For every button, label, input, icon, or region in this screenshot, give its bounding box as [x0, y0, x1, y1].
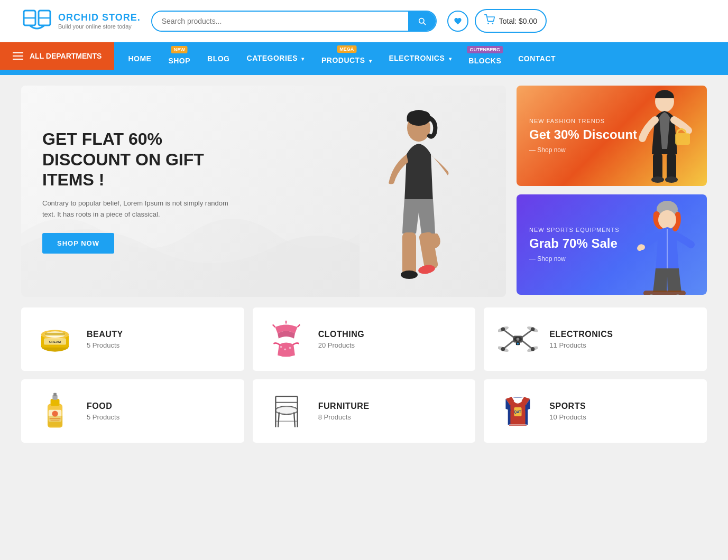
sports-promo-subtitle: NEW SPORTS EQUIPMENTS: [529, 227, 620, 233]
nav-link-home[interactable]: HOME: [119, 45, 160, 72]
electronics-count: 11 Products: [549, 341, 613, 349]
svg-point-54: [531, 347, 535, 351]
sports-icon: QAT: [501, 390, 535, 432]
sports-name: SPORTS: [549, 402, 586, 411]
cart-total: Total: $0.00: [499, 17, 537, 25]
nav-item-products[interactable]: MEGA PRODUCTS ▾: [313, 42, 380, 75]
beauty-name: BEAUTY: [87, 330, 123, 339]
sports-icon-box: QAT: [496, 390, 539, 432]
beauty-info: BEAUTY 5 Products: [87, 330, 123, 349]
fashion-promo-subtitle: NEW FASHION TRENDS: [529, 118, 637, 124]
beauty-icon: CREAM: [36, 321, 73, 358]
sports-person-svg: [622, 194, 707, 295]
fashion-promo-banner[interactable]: NEW FASHION TRENDS Get 30% Discount — Sh…: [517, 86, 707, 186]
hero-person-illustration: [363, 107, 469, 297]
nav-link-electronics[interactable]: ELECTRONICS ▾: [380, 44, 460, 73]
svg-point-38: [284, 348, 286, 350]
furniture-icon-box: [265, 390, 308, 432]
hero-description: Contrary to popular belief, Lorem Ipsum …: [42, 198, 243, 220]
cart-icon: [484, 14, 495, 27]
category-card-beauty[interactable]: CREAM BEAUTY 5 Products: [21, 307, 244, 371]
svg-rect-60: [53, 393, 57, 396]
svg-text:CREAM: CREAM: [49, 340, 61, 343]
furniture-name: FURNITURE: [318, 402, 370, 411]
search-input[interactable]: [152, 12, 408, 31]
nav-link-contact[interactable]: CONTACT: [510, 45, 564, 72]
svg-rect-15: [653, 153, 662, 180]
svg-point-39: [289, 347, 291, 349]
svg-point-52: [531, 327, 535, 331]
category-card-sports[interactable]: QAT SPORTS 10 Products: [484, 379, 707, 443]
nav-item-contact[interactable]: CONTACT: [510, 45, 564, 72]
svg-point-51: [501, 327, 505, 331]
nav-item-electronics[interactable]: ELECTRONICS ▾: [380, 44, 460, 73]
furniture-count: 8 Products: [318, 413, 370, 421]
svg-point-6: [487, 23, 489, 24]
sports-promo-title: Grab 70% Sale: [529, 236, 620, 251]
svg-line-70: [278, 412, 279, 427]
right-banners: NEW FASHION TRENDS Get 30% Discount — Sh…: [517, 86, 707, 297]
clothing-info: CLOTHING 20 Products: [318, 330, 365, 349]
svg-rect-10: [402, 232, 416, 275]
nav-link-blog[interactable]: BLOG: [199, 45, 238, 72]
svg-point-7: [492, 23, 493, 24]
nav-item-blog[interactable]: BLOG: [199, 45, 238, 72]
food-info: FOOD 5 Products: [87, 402, 119, 421]
svg-point-17: [651, 176, 664, 183]
food-count: 5 Products: [87, 413, 119, 421]
nav-item-shop[interactable]: NEW SHOP: [160, 43, 199, 74]
svg-line-35: [273, 324, 275, 327]
fashion-shop-now-link[interactable]: — Shop now: [529, 146, 637, 154]
beauty-count: 5 Products: [87, 341, 123, 349]
fashion-promo-text: NEW FASHION TRENDS Get 30% Discount — Sh…: [529, 118, 637, 154]
beauty-icon-box: CREAM: [34, 318, 76, 360]
svg-line-5: [423, 22, 425, 24]
nav-item-categories[interactable]: CATEGORIES ▾: [238, 44, 313, 73]
wishlist-button[interactable]: [447, 11, 468, 32]
logo-subtitle: Build your online store today: [58, 23, 141, 30]
search-button[interactable]: [408, 12, 436, 31]
electronics-icon: [498, 322, 538, 357]
svg-rect-65: [48, 416, 62, 427]
nav-item-blocks[interactable]: GUTENBERG BLOCKS: [460, 43, 510, 74]
logo-text: ORCHID STORE. Build your online store to…: [58, 12, 141, 30]
shop-now-button[interactable]: SHOP NOW: [42, 233, 114, 254]
sports-figure: [612, 194, 707, 295]
all-departments-button[interactable]: ALL DEPARTMENTS: [0, 42, 114, 70]
category-card-furniture[interactable]: FURNITURE 8 Products: [253, 379, 476, 443]
nav-bar: ALL DEPARTMENTS HOME NEW SHOP BLOG CATEG…: [0, 42, 728, 75]
hero-banner: GET FLAT 60% DISCOUNT ON GIFT ITEMS ! Co…: [21, 86, 506, 297]
sports-shop-now-link[interactable]: — Shop now: [529, 255, 620, 263]
svg-rect-24: [643, 291, 686, 295]
fashion-promo-title: Get 30% Discount: [529, 127, 637, 142]
food-icon: [41, 390, 70, 432]
clothing-count: 20 Products: [318, 341, 365, 349]
logo-title: ORCHID STORE.: [58, 12, 141, 23]
category-card-food[interactable]: FOOD 5 Products: [21, 379, 244, 443]
nav-links: HOME NEW SHOP BLOG CATEGORIES ▾ MEGA PRO…: [114, 42, 569, 75]
heart-icon: [454, 17, 462, 25]
logo[interactable]: ORCHID STORE. Build your online store to…: [21, 6, 141, 35]
category-card-electronics[interactable]: ELECTRONICS 11 Products: [484, 307, 707, 371]
electronics-icon-box: [496, 318, 539, 360]
nav-link-categories[interactable]: CATEGORIES ▾: [238, 44, 313, 73]
sports-promo-banner[interactable]: NEW SPORTS EQUIPMENTS Grab 70% Sale — Sh…: [517, 194, 707, 295]
svg-point-37: [280, 346, 282, 348]
hero-figure: [347, 96, 485, 297]
category-card-clothing[interactable]: CLOTHING 20 Products: [253, 307, 476, 371]
svg-rect-58: [50, 399, 59, 406]
svg-text:QAT: QAT: [514, 410, 521, 414]
svg-point-56: [517, 342, 519, 344]
new-badge: NEW: [171, 46, 188, 53]
search-bar[interactable]: [151, 11, 437, 32]
categories-grid: CREAM BEAUTY 5 Products: [21, 307, 707, 443]
main-content: GET FLAT 60% DISCOUNT ON GIFT ITEMS ! Co…: [0, 75, 728, 453]
cart-button[interactable]: Total: $0.00: [475, 9, 547, 33]
sports-promo-text: NEW SPORTS EQUIPMENTS Grab 70% Sale — Sh…: [529, 227, 620, 263]
hero-text: GET FLAT 60% DISCOUNT ON GIFT ITEMS ! Co…: [42, 129, 243, 254]
clothing-icon: [269, 320, 303, 359]
clothing-icon-box: [265, 318, 308, 360]
nav-item-home[interactable]: HOME: [119, 45, 160, 72]
sports-count: 10 Products: [549, 413, 586, 421]
svg-point-22: [658, 210, 676, 229]
